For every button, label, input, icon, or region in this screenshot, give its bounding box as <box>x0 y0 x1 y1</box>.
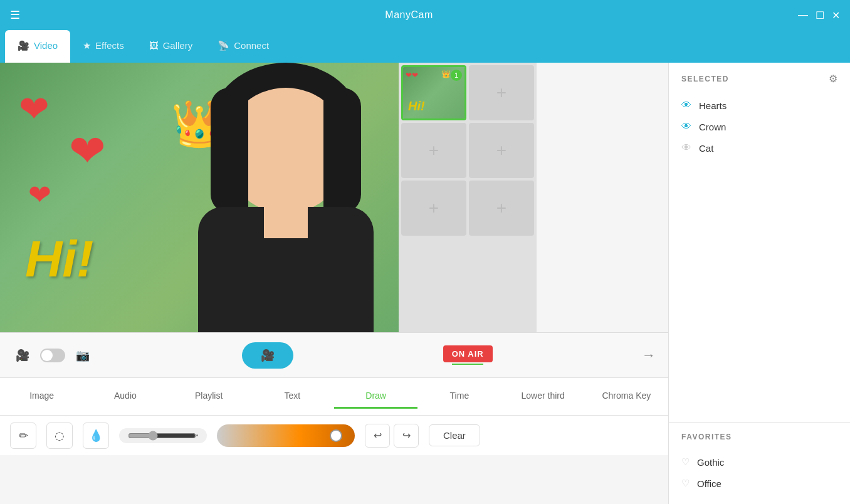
heart-2: ❤ <box>69 125 106 177</box>
thumb-badge: 1 <box>451 70 462 81</box>
thumb-hi-text: Hi! <box>408 99 425 113</box>
thumb-row-1: ❤❤ 👑 Hi! 1 + <box>401 65 534 120</box>
connect-tab-icon: 📡 <box>218 40 229 51</box>
controls-left: 🎥 📷 <box>13 345 93 365</box>
thumb-heart-icon: ❤❤ <box>406 71 418 80</box>
app-title: ManyCam <box>385 9 433 21</box>
gothic-fav-icon: ♡ <box>681 456 690 468</box>
right-panel: SELECTED ⚙ 👁 Hearts 👁 Crown 👁 Cat FAVORI… <box>668 63 850 504</box>
thumbnail-2[interactable]: + <box>469 65 534 120</box>
arrow-right-icon[interactable]: → <box>642 347 656 364</box>
eraser-icon: ◌ <box>55 429 65 443</box>
fill-icon: 💧 <box>89 429 103 443</box>
close-button[interactable]: ✕ <box>832 9 840 21</box>
favorites-title: FAVORITES <box>681 433 732 441</box>
filter-icon[interactable]: ⚙ <box>829 73 837 85</box>
thumb-crown-icon: 👑 <box>441 70 451 78</box>
redo-button[interactable]: ↪ <box>394 424 419 448</box>
office-label: Office <box>697 478 721 489</box>
cat-label: Cat <box>699 143 713 154</box>
effect-crown[interactable]: 👁 Crown <box>681 116 837 137</box>
record-icon: 🎥 <box>261 349 275 362</box>
selected-section: SELECTED ⚙ 👁 Hearts 👁 Crown 👁 Cat <box>669 63 850 422</box>
thumb-row-3: + + <box>401 181 534 236</box>
add-scene-icon-4: + <box>429 198 439 218</box>
titlebar: ☰ ManyCam — ☐ ✕ <box>0 0 850 30</box>
selected-header: SELECTED ⚙ <box>681 73 837 85</box>
btab-text[interactable]: Text <box>251 384 334 409</box>
gallery-tab-label: Gallery <box>163 40 193 51</box>
thumbnail-panel: ❤❤ 👑 Hi! 1 + + <box>399 63 537 332</box>
office-fav-icon: ♡ <box>681 478 690 489</box>
menu-icon[interactable]: ☰ <box>10 8 20 22</box>
effects-tab-icon: ★ <box>83 40 91 51</box>
pen-tool-button[interactable]: ✏ <box>10 423 36 449</box>
eraser-tool-button[interactable]: ◌ <box>46 423 73 449</box>
effect-cat[interactable]: 👁 Cat <box>681 137 837 159</box>
undo-button[interactable]: ↩ <box>365 424 390 448</box>
bottom-tabs: Image Audio Playlist Text Draw Time Lowe… <box>0 377 668 415</box>
crown-label: Crown <box>699 122 726 132</box>
thumbnail-1[interactable]: ❤❤ 👑 Hi! 1 <box>401 65 466 120</box>
undo-redo-group: ↩ ↪ <box>365 424 419 448</box>
snapshot-icon[interactable]: 📷 <box>73 345 93 365</box>
video-section: ❤ ❤ ❤ 👑 Hi! <box>0 63 668 332</box>
controls-bar: 🎥 📷 🎥 ON AIR → <box>0 332 668 377</box>
btab-lower-third[interactable]: Lower third <box>501 384 585 409</box>
hearts-visibility-icon: 👁 <box>681 100 691 111</box>
crown-visibility-icon: 👁 <box>681 121 691 132</box>
tab-effects[interactable]: ★ Effects <box>70 30 137 63</box>
cat-visibility-icon: 👁 <box>681 142 691 154</box>
record-button[interactable]: 🎥 <box>242 342 293 369</box>
woman-figure <box>173 63 399 332</box>
favorites-header: FAVORITES <box>681 433 837 441</box>
on-air-badge: ON AIR <box>443 345 493 362</box>
tab-bar: 🎥 Video ★ Effects 🖼 Gallery 📡 Connect <box>0 30 850 63</box>
tab-gallery[interactable]: 🖼 Gallery <box>137 30 206 63</box>
gallery-tab-icon: 🖼 <box>149 40 159 51</box>
btab-draw[interactable]: Draw <box>334 384 417 409</box>
minimize-button[interactable]: — <box>798 9 808 21</box>
hi-text: Hi! <box>25 229 93 288</box>
hearts-label: Hearts <box>699 100 727 111</box>
btab-audio[interactable]: Audio <box>83 384 167 409</box>
effect-hearts[interactable]: 👁 Hearts <box>681 95 837 116</box>
main-video-preview: ❤ ❤ ❤ 👑 Hi! <box>0 63 399 332</box>
thumbnail-6[interactable]: + <box>469 181 534 236</box>
fav-gothic[interactable]: ♡ Gothic <box>681 451 837 473</box>
gothic-label: Gothic <box>697 457 724 468</box>
color-slider-container <box>217 424 355 447</box>
left-panel: ❤ ❤ ❤ 👑 Hi! <box>0 63 668 504</box>
video-tab-icon: 🎥 <box>18 40 29 51</box>
camera-toggle[interactable] <box>40 349 65 362</box>
add-scene-icon: + <box>496 83 506 103</box>
fav-office[interactable]: ♡ Office <box>681 473 837 494</box>
connect-tab-label: Connect <box>234 40 269 51</box>
add-scene-icon-2: + <box>429 140 439 160</box>
heart-3: ❤ <box>28 179 51 211</box>
undo-icon: ↩ <box>374 429 382 441</box>
thumbnail-3[interactable]: + <box>401 123 466 178</box>
fill-tool-button[interactable]: 💧 <box>83 423 109 449</box>
add-scene-icon-3: + <box>496 140 506 160</box>
tab-video[interactable]: 🎥 Video <box>5 30 70 63</box>
camera-icon[interactable]: 🎥 <box>13 345 33 365</box>
thumbnail-5[interactable]: + <box>401 181 466 236</box>
btab-chroma-key[interactable]: Chroma Key <box>585 384 668 409</box>
btab-image[interactable]: Image <box>0 384 83 409</box>
tab-connect[interactable]: 📡 Connect <box>205 30 281 63</box>
thumbnail-4[interactable]: + <box>469 123 534 178</box>
window-controls: — ☐ ✕ <box>798 9 840 21</box>
video-tab-label: Video <box>34 40 58 51</box>
size-slider[interactable] <box>128 431 196 441</box>
btab-playlist[interactable]: Playlist <box>167 384 251 409</box>
thumb-row-2: + + <box>401 123 534 178</box>
add-scene-icon-5: + <box>496 198 506 218</box>
effects-tab-label: Effects <box>95 40 124 51</box>
btab-time[interactable]: Time <box>417 384 501 409</box>
heart-1: ❤ <box>19 88 50 130</box>
maximize-button[interactable]: ☐ <box>816 9 824 21</box>
draw-toolbar: ✏ ◌ 💧 ↩ ↪ <box>0 415 668 455</box>
favorites-section: FAVORITES ♡ Gothic ♡ Office <box>669 422 850 504</box>
clear-button[interactable]: Clear <box>429 424 480 446</box>
